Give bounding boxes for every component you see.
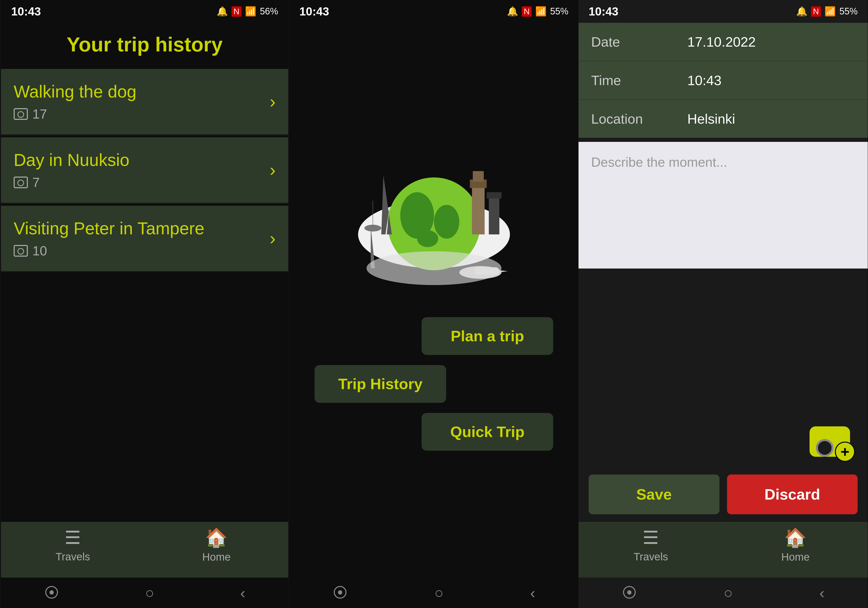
- android-back-btn[interactable]: ‹: [240, 584, 245, 602]
- svg-point-4: [417, 230, 438, 247]
- trip-name-0: Walking the dog: [14, 82, 276, 101]
- time-label: Time: [591, 73, 687, 88]
- home-icon: 🏠: [205, 527, 228, 549]
- trip-item-2[interactable]: Visiting Peter in Tampere 10 ›: [1, 206, 288, 272]
- info-table: Date 17.10.2022 Time 10:43 Location Hels…: [578, 23, 868, 138]
- travels-icon: ☰: [65, 527, 81, 548]
- plan-a-trip-button[interactable]: Plan a trip: [422, 317, 553, 355]
- android-home-btn-3[interactable]: ○: [724, 584, 733, 602]
- nav-travels-label: Travels: [56, 551, 90, 563]
- panel-add-moment: 10:43 🔔 N 📶 55% Date 17.10.2022 Time 10:…: [578, 0, 868, 608]
- status-time-2: 10:43: [299, 5, 329, 18]
- android-home-btn-2[interactable]: ○: [434, 584, 443, 602]
- battery-1: 56%: [260, 6, 278, 17]
- chevron-right-icon-2: ›: [270, 228, 276, 249]
- status-icons-1: 🔔 N 📶 56%: [217, 6, 278, 17]
- trip-meta-2: 10: [14, 243, 276, 258]
- photo-icon-0: [14, 108, 28, 120]
- chevron-right-icon-0: ›: [270, 92, 276, 112]
- date-value: 17.10.2022: [687, 34, 756, 50]
- trip-meta-1: 7: [14, 175, 276, 190]
- panel3-content: Date 17.10.2022 Time 10:43 Location Hels…: [578, 23, 868, 578]
- discard-button[interactable]: Discard: [727, 474, 858, 514]
- describe-placeholder: Describe the moment...: [591, 155, 727, 169]
- n-icon: N: [231, 6, 242, 17]
- svg-rect-9: [473, 171, 484, 182]
- photo-icon-1: [14, 177, 28, 188]
- nav-travels-label-3: Travels: [634, 551, 668, 563]
- svg-marker-5: [381, 175, 392, 234]
- android-menu-btn[interactable]: ⦿: [44, 584, 59, 602]
- location-row: Location Helsinki: [578, 100, 868, 138]
- trip-item-0[interactable]: Walking the dog 17 ›: [1, 69, 288, 135]
- svg-rect-11: [487, 192, 501, 198]
- bottom-nav-1: ☰ Travels 🏠 Home: [1, 522, 288, 578]
- camera-lens-icon: [816, 439, 834, 457]
- svg-point-3: [434, 205, 459, 238]
- android-menu-btn-2[interactable]: ⦿: [333, 584, 348, 602]
- menu-buttons: Plan a trip Trip History Quick Trip: [289, 317, 578, 451]
- n-icon-3: N: [811, 6, 821, 17]
- svg-point-18: [366, 251, 501, 285]
- chevron-right-icon-1: ›: [270, 160, 276, 180]
- camera-plus-icon: +: [835, 442, 855, 462]
- android-home-btn[interactable]: ○: [145, 584, 154, 602]
- battery-2: 55%: [550, 6, 568, 17]
- quick-trip-button[interactable]: Quick Trip: [422, 413, 553, 451]
- bottom-nav-3: ☰ Travels 🏠 Home: [578, 522, 868, 578]
- status-bar-2: 10:43 🔔 N 📶 55%: [289, 0, 578, 23]
- describe-textarea[interactable]: Describe the moment...: [578, 142, 868, 269]
- trip-meta-0: 17: [14, 106, 276, 121]
- trip-name-1: Day in Nuuksio: [14, 150, 276, 170]
- globe-svg: [346, 150, 522, 302]
- status-icons-2: 🔔 N 📶 55%: [507, 6, 568, 17]
- nav-home-label-3: Home: [781, 551, 809, 563]
- android-back-btn-3[interactable]: ‹: [819, 584, 825, 602]
- nav-travels[interactable]: ☰ Travels: [1, 527, 145, 563]
- add-photo-button[interactable]: +: [809, 421, 855, 462]
- panel1-content: Your trip history Walking the dog 17 › D…: [1, 23, 288, 522]
- signal-icon: 📶: [245, 6, 256, 17]
- android-nav-3: ⦿ ○ ‹: [578, 578, 868, 608]
- signal-icon-2: 📶: [535, 6, 547, 17]
- camera-add-area: +: [578, 416, 868, 467]
- panel-trip-history: 10:43 🔔 N 📶 56% Your trip history Walkin…: [0, 0, 289, 608]
- svg-rect-10: [489, 196, 499, 234]
- notification-icon-2: 🔔: [507, 6, 518, 17]
- date-row: Date 17.10.2022: [578, 23, 868, 61]
- nav-home[interactable]: 🏠 Home: [145, 527, 288, 563]
- android-back-btn-2[interactable]: ‹: [530, 584, 535, 602]
- nav-home-label: Home: [202, 551, 231, 563]
- nav-home-3[interactable]: 🏠 Home: [723, 527, 868, 563]
- location-label: Location: [591, 111, 687, 127]
- notification-icon-3: 🔔: [796, 6, 808, 17]
- time-value: 10:43: [687, 73, 721, 88]
- android-nav-2: ⦿ ○ ‹: [289, 578, 578, 608]
- trip-photos-2: 10: [33, 243, 47, 258]
- trip-item-1[interactable]: Day in Nuuksio 7 ›: [1, 137, 288, 204]
- trip-photos-1: 7: [33, 175, 40, 190]
- signal-icon-3: 📶: [825, 6, 836, 17]
- android-menu-btn-3[interactable]: ⦿: [622, 584, 637, 602]
- trip-list: Walking the dog 17 › Day in Nuuksio 7 › …: [1, 69, 288, 295]
- status-bar-1: 10:43 🔔 N 📶 56%: [1, 0, 288, 23]
- notification-icon: 🔔: [217, 6, 228, 17]
- battery-3: 55%: [839, 6, 858, 17]
- time-row: Time 10:43: [578, 61, 868, 100]
- panel2-content: Plan a trip Trip History Quick Trip: [289, 23, 578, 578]
- svg-rect-7: [472, 183, 485, 234]
- nav-travels-3[interactable]: ☰ Travels: [578, 527, 723, 563]
- n-icon-2: N: [522, 6, 532, 17]
- action-buttons: Save Discard: [578, 467, 868, 522]
- home-icon-3: 🏠: [784, 527, 807, 549]
- status-time-1: 10:43: [11, 5, 41, 18]
- save-button[interactable]: Save: [589, 474, 719, 514]
- page-title: Your trip history: [1, 23, 288, 69]
- status-icons-3: 🔔 N 📶 55%: [796, 6, 858, 17]
- trip-history-button[interactable]: Trip History: [315, 365, 446, 403]
- date-label: Date: [591, 34, 687, 50]
- android-nav-1: ⦿ ○ ‹: [1, 578, 288, 608]
- photo-icon-2: [14, 245, 28, 257]
- status-bar-3: 10:43 🔔 N 📶 55%: [578, 0, 868, 23]
- trip-name-2: Visiting Peter in Tampere: [14, 218, 276, 238]
